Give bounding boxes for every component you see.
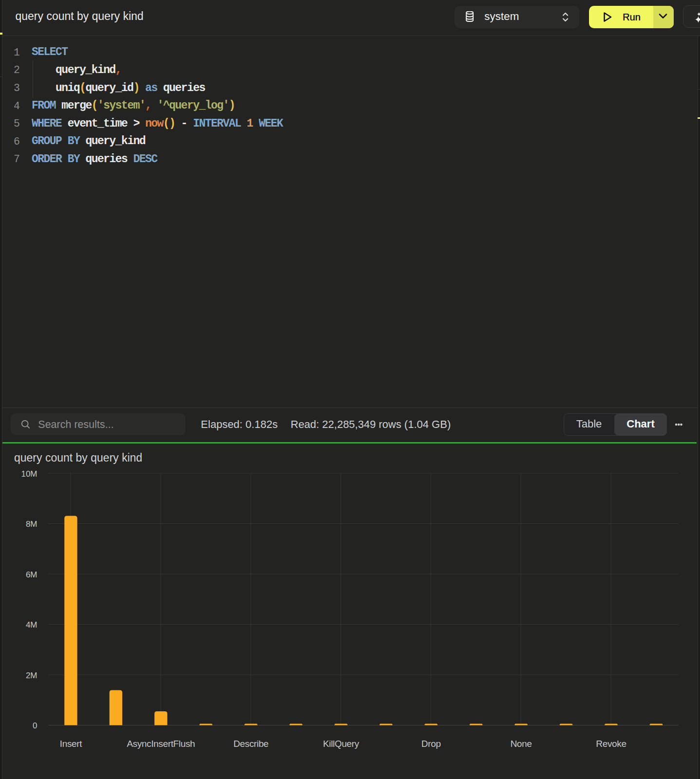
svg-text:Describe: Describe — [233, 739, 268, 749]
svg-text:Drop: Drop — [422, 739, 441, 749]
svg-text:2M: 2M — [26, 671, 37, 680]
svg-text:6M: 6M — [26, 570, 37, 579]
svg-text:KillQuery: KillQuery — [323, 739, 360, 749]
svg-text:None: None — [510, 739, 532, 749]
svg-text:10M: 10M — [21, 469, 37, 479]
svg-text:4M: 4M — [26, 620, 37, 630]
svg-text:AsyncInsertFlush: AsyncInsertFlush — [127, 739, 195, 749]
svg-text:8M: 8M — [26, 519, 37, 529]
svg-text:0: 0 — [33, 721, 37, 730]
svg-text:Insert: Insert — [60, 739, 82, 749]
svg-text:Revoke: Revoke — [596, 739, 626, 749]
